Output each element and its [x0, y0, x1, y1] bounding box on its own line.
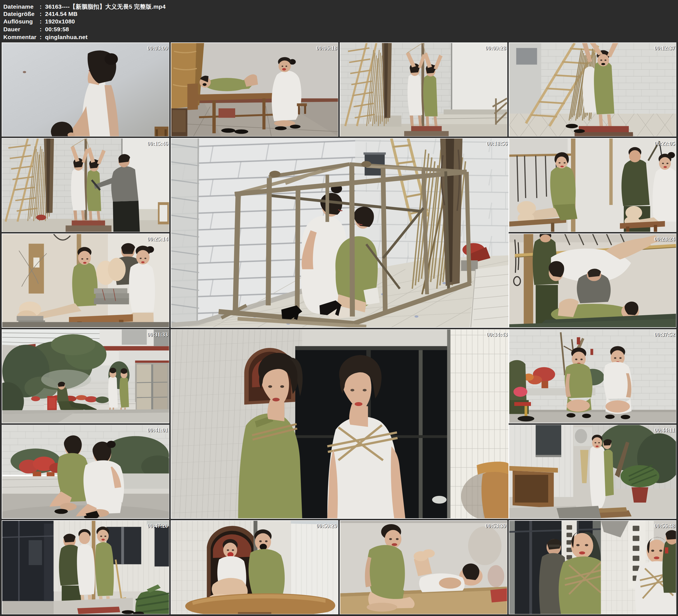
- svg-text:00:37:52: 00:37:52: [654, 332, 675, 338]
- svg-text:00:47:20: 00:47:20: [147, 523, 168, 529]
- svg-text:00:06:18: 00:06:18: [316, 45, 337, 51]
- svg-text:00:22:05: 00:22:05: [654, 141, 675, 147]
- svg-text:00:34:43: 00:34:43: [486, 332, 507, 338]
- svg-text:00:09:28: 00:09:28: [485, 45, 506, 51]
- svg-text:00:28:24: 00:28:24: [654, 236, 675, 242]
- svg-text:00:25:14: 00:25:14: [147, 236, 168, 242]
- svg-text:00:03:09: 00:03:09: [147, 45, 168, 51]
- svg-text:00:56:48: 00:56:48: [654, 523, 675, 529]
- svg-text:00:53:39: 00:53:39: [485, 523, 506, 529]
- svg-text:00:50:29: 00:50:29: [316, 523, 337, 529]
- svg-text:00:15:46: 00:15:46: [147, 141, 168, 147]
- svg-text:00:41:01: 00:41:01: [147, 427, 168, 433]
- svg-text:00:31:33: 00:31:33: [147, 332, 168, 338]
- svg-text:00:12:37: 00:12:37: [654, 45, 675, 51]
- svg-text:00:44:11: 00:44:11: [654, 427, 675, 433]
- svg-text:00:18:56: 00:18:56: [486, 141, 507, 147]
